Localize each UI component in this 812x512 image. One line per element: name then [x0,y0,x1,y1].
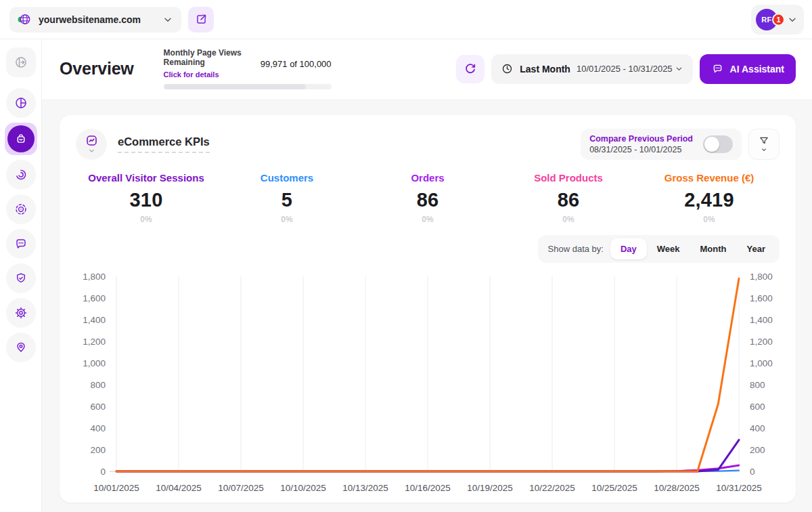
svg-text:0: 0 [100,466,106,476]
sidebar-item-security[interactable] [6,263,36,293]
kpi-overall-visitor-sessions: Overall Visitor Sessions 310 0% [76,172,217,224]
date-range-picker[interactable]: Last Month 10/01/2025 - 10/31/2025 [491,54,692,84]
funnel-filter-icon [758,135,770,147]
granularity-month[interactable]: Month [690,238,737,259]
kpi-value: 5 [217,189,357,211]
sidebar-item-ecommerce[interactable] [5,123,37,155]
svg-text:1,200: 1,200 [750,336,773,346]
kpi-orders: Orders 86 0% [357,172,498,224]
kpi-value: 2,419 [639,189,780,211]
kpi-gross-revenue: Gross Revenue (€) 2,419 0% [639,172,780,224]
usage-value: 99,971 of 100,000 [261,59,332,69]
svg-text:1,600: 1,600 [83,293,106,303]
external-link-icon [195,13,208,26]
kpi-label: Orders [357,172,498,184]
spiral-sessions-icon [14,167,28,182]
open-site-button[interactable] [188,7,214,33]
usage-title: Monthly Page Views Remaining [164,49,255,68]
svg-text:1,800: 1,800 [83,271,106,281]
globe-icon [16,12,32,27]
avatar-wrap: RF 1 [756,9,777,30]
compare-toggle[interactable] [703,135,733,153]
kpi-customers: Customers 5 0% [217,172,357,224]
chat-ai-icon [711,62,724,75]
line-chart-widget-icon [85,133,99,148]
sidebar-item-settings[interactable] [6,298,36,328]
kpi-value: 86 [498,189,639,211]
kpi-label: Sold Products [498,172,639,184]
svg-text:10/04/2025: 10/04/2025 [156,483,202,493]
user-menu[interactable]: RF 1 [751,5,804,35]
svg-text:10/22/2025: 10/22/2025 [529,483,575,493]
svg-text:400: 400 [90,423,106,433]
scan-target-icon [14,202,28,217]
svg-text:10/01/2025: 10/01/2025 [93,483,139,493]
usage-details-link[interactable]: Click for details [164,70,219,79]
svg-text:1,000: 1,000 [83,358,106,368]
kpi-delta: 0% [217,215,357,224]
date-range-text: 10/01/2025 - 10/31/2025 [577,64,673,74]
sidebar-item-expand[interactable] [6,47,36,77]
svg-text:1,400: 1,400 [750,314,773,324]
expand-sidebar-icon [14,55,28,70]
sidebar-item-sessions[interactable] [6,160,36,190]
granularity-day[interactable]: Day [610,238,647,259]
svg-text:10/25/2025: 10/25/2025 [591,483,637,493]
kpi-value: 310 [76,189,217,211]
content-area: eCommerce KPIs Compare Previous Period 0… [42,100,812,512]
chat-bubble-icon [14,236,28,251]
clock-icon [501,62,514,75]
chevron-down-icon [787,14,798,25]
page-title: Overview [60,59,134,79]
svg-text:1,800: 1,800 [750,271,773,281]
svg-text:600: 600 [90,401,106,411]
sidebar [0,39,42,512]
svg-text:10/31/2025: 10/31/2025 [716,483,762,493]
sidebar-item-messages[interactable] [6,229,36,259]
site-selector[interactable]: yourwebsitename.com [9,7,181,33]
svg-text:600: 600 [750,401,765,411]
svg-text:200: 200 [90,444,106,454]
refresh-button[interactable] [456,55,484,83]
svg-text:800: 800 [750,379,765,389]
svg-text:800: 800 [90,379,106,389]
svg-text:1,200: 1,200 [83,336,106,346]
ai-assistant-button[interactable]: AI Assistant [700,54,796,84]
widget-selector-button[interactable] [76,129,107,160]
show-data-by-label: Show data by: [548,244,604,254]
pie-chart-icon [14,95,28,110]
page-header: Overview Monthly Page Views Remaining 99… [42,39,812,100]
svg-text:10/10/2025: 10/10/2025 [280,483,326,493]
svg-text:10/28/2025: 10/28/2025 [654,483,700,493]
show-data-by-control: Show data by: Day Week Month Year [538,235,780,263]
sidebar-item-analytics[interactable] [6,88,36,118]
location-pin-icon [14,340,28,355]
page-views-usage: Monthly Page Views Remaining 99,971 of 1… [164,49,332,89]
date-preset-label: Last Month [520,64,570,74]
compare-previous-period: Compare Previous Period 08/31/2025 - 10/… [581,129,742,160]
sidebar-item-local[interactable] [6,333,36,362]
kpi-line-chart: 10/01/202510/04/202510/07/202510/10/2025… [76,267,780,497]
kpi-sold-products: Sold Products 86 0% [498,172,639,224]
kpi-delta: 0% [498,215,639,224]
compare-label: Compare Previous Period [589,134,693,144]
svg-text:200: 200 [750,444,765,454]
site-name: yourwebsitename.com [39,14,156,25]
sidebar-item-tracking[interactable] [6,194,36,224]
shopping-bag-icon [7,125,35,152]
svg-text:1,000: 1,000 [750,358,773,368]
kpi-label: Customers [217,172,357,184]
kpi-delta: 0% [639,215,780,224]
usage-progress-fill [164,84,307,89]
granularity-week[interactable]: Week [647,238,690,259]
compare-range: 08/31/2025 - 10/01/2025 [589,145,693,154]
chevron-down-icon [162,14,173,25]
kpi-delta: 0% [357,215,498,224]
svg-text:1,400: 1,400 [83,314,106,324]
top-bar: yourwebsitename.com RF 1 [0,0,812,39]
kpi-label: Gross Revenue (€) [639,172,780,184]
granularity-year[interactable]: Year [737,238,775,259]
svg-text:10/07/2025: 10/07/2025 [218,483,264,493]
main-area: Overview Monthly Page Views Remaining 99… [42,39,812,512]
filter-button[interactable] [748,129,780,160]
